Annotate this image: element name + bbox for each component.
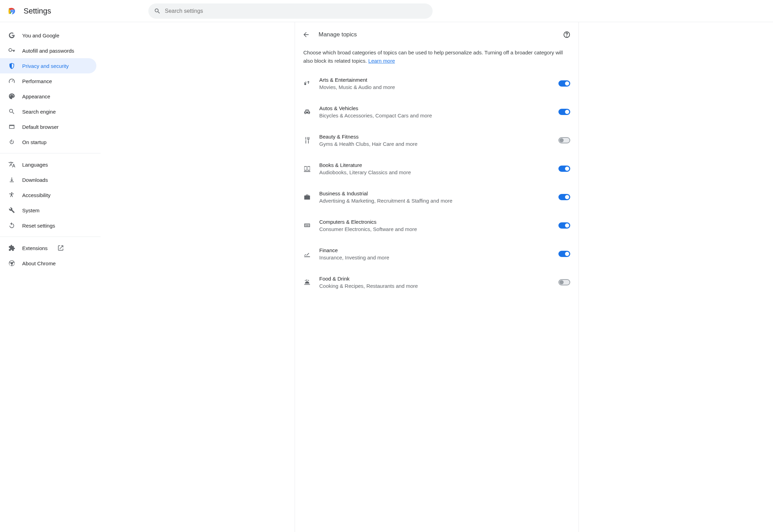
google-g-icon [8,32,15,39]
sidebar-item-label: Autofill and passwords [22,48,74,54]
sidebar-item-privacy[interactable]: Privacy and security [0,58,96,73]
sidebar-item-reset[interactable]: Reset settings [0,218,96,233]
topic-subtitle: Bicycles & Accessories, Compact Cars and… [319,113,550,118]
topic-row-computers: Computers & ElectronicsConsumer Electron… [295,211,579,240]
sidebar-item-label: On startup [22,139,46,145]
search-input[interactable] [165,8,427,14]
sidebar-item-appearance[interactable]: Appearance [0,89,96,104]
sidebar-item-about[interactable]: About Chrome [0,256,96,271]
topic-toggle-food[interactable] [558,279,570,285]
topic-title: Beauty & Fitness [319,134,550,140]
topic-subtitle: Cooking & Recipes, Restaurants and more [319,283,550,289]
sidebar-item-label: Languages [22,162,48,168]
sidebar-item-label: Reset settings [22,223,55,229]
topic-toggle-autos[interactable] [558,109,570,115]
sidebar-item-languages[interactable]: Languages [0,157,96,172]
extension-icon [8,245,15,251]
download-icon [8,176,15,183]
svg-point-3 [11,10,13,12]
sidebar-item-on-startup[interactable]: On startup [0,134,96,150]
topic-text: FinanceInsurance, Investing and more [319,247,550,260]
topic-title: Books & Literature [319,162,550,168]
topic-toggle-beauty[interactable] [558,137,570,143]
learn-more-link[interactable]: Learn more [368,58,395,64]
topic-toggle-arts[interactable] [558,80,570,87]
sidebar-item-accessibility[interactable]: Accessibility [0,187,96,203]
topic-title: Finance [319,247,550,253]
content-area: Manage topics Choose which broad categor… [101,22,773,532]
topic-toggle-finance[interactable] [558,251,570,257]
page-description: Choose which broad categories of topics … [295,47,579,69]
business-icon [303,193,311,201]
topic-subtitle: Insurance, Investing and more [319,255,550,260]
sidebar-item-downloads[interactable]: Downloads [0,172,96,187]
topic-row-beauty: Beauty & FitnessGyms & Health Clubs, Hai… [295,126,579,154]
topic-row-finance: FinanceInsurance, Investing and more [295,240,579,268]
sidebar-item-label: Performance [22,78,52,84]
description-text: Choose which broad categories of topics … [303,50,563,64]
topic-title: Computers & Electronics [319,219,550,225]
browser-icon [8,123,15,130]
sidebar-item-label: Default browser [22,124,59,130]
settings-page-card: Manage topics Choose which broad categor… [295,22,579,532]
sidebar-item-autofill[interactable]: Autofill and passwords [0,43,96,58]
help-icon [563,31,571,38]
topic-toggle-computers[interactable] [558,222,570,229]
sidebar-item-performance[interactable]: Performance [0,73,96,89]
topic-subtitle: Advertising & Marketing, Recruitment & S… [319,198,550,204]
sidebar-item-you-and-google[interactable]: You and Google [0,28,96,43]
app-header: Settings [0,0,773,22]
speedometer-icon [8,78,15,85]
beauty-icon [303,136,311,144]
topic-toggle-books[interactable] [558,166,570,172]
translate-icon [8,161,15,168]
topic-subtitle: Consumer Electronics, Software and more [319,226,550,232]
svg-point-5 [567,36,567,36]
open-in-new-icon [57,245,64,251]
topic-text: Business & IndustrialAdvertising & Marke… [319,190,550,204]
chrome-logo-icon [7,6,17,16]
accessibility-icon [8,192,15,198]
search-settings-field[interactable] [148,3,433,19]
sidebar-divider [0,237,101,237]
topic-title: Arts & Entertainment [319,77,550,83]
back-button[interactable] [300,28,312,41]
arts-icon [303,80,311,87]
topic-text: Food & DrinkCooking & Recipes, Restauran… [319,276,550,289]
sidebar-item-search-engine[interactable]: Search engine [0,104,96,119]
shield-icon [8,62,15,69]
page-header: Manage topics [295,22,579,47]
topic-toggle-business[interactable] [558,194,570,200]
sidebar-item-label: Extensions [22,245,47,251]
power-icon [8,139,15,145]
computers-icon [303,222,311,229]
sidebar-item-default-browser[interactable]: Default browser [0,119,96,134]
page-title: Manage topics [319,31,556,38]
topic-title: Business & Industrial [319,190,550,196]
topic-subtitle: Audiobooks, Literary Classics and more [319,169,550,175]
sidebar-item-label: Accessibility [22,192,51,198]
help-button[interactable] [562,30,572,39]
reset-icon [8,222,15,229]
sidebar-item-extensions[interactable]: Extensions [0,240,96,256]
books-icon [303,165,311,172]
topic-row-arts: Arts & EntertainmentMovies, Music & Audi… [295,69,579,98]
sidebar-item-label: System [22,207,40,213]
topic-text: Arts & EntertainmentMovies, Music & Audi… [319,77,550,90]
topic-text: Books & LiteratureAudiobooks, Literary C… [319,162,550,175]
topic-row-books: Books & LiteratureAudiobooks, Literary C… [295,154,579,183]
topic-row-business: Business & IndustrialAdvertising & Marke… [295,183,579,211]
app-title: Settings [24,7,51,16]
topic-title: Food & Drink [319,276,550,282]
topic-row-autos: Autos & VehiclesBicycles & Accessories, … [295,98,579,126]
sidebar-item-label: Search engine [22,109,56,115]
palette-icon [8,93,15,100]
topic-row-food: Food & DrinkCooking & Recipes, Restauran… [295,268,579,296]
sidebar-item-label: Privacy and security [22,63,69,69]
topic-text: Computers & ElectronicsConsumer Electron… [319,219,550,232]
search-icon [8,108,15,115]
sidebar-item-system[interactable]: System [0,203,96,218]
topic-list: Arts & EntertainmentMovies, Music & Audi… [295,69,579,296]
topic-title: Autos & Vehicles [319,105,550,111]
search-icon [154,8,161,15]
